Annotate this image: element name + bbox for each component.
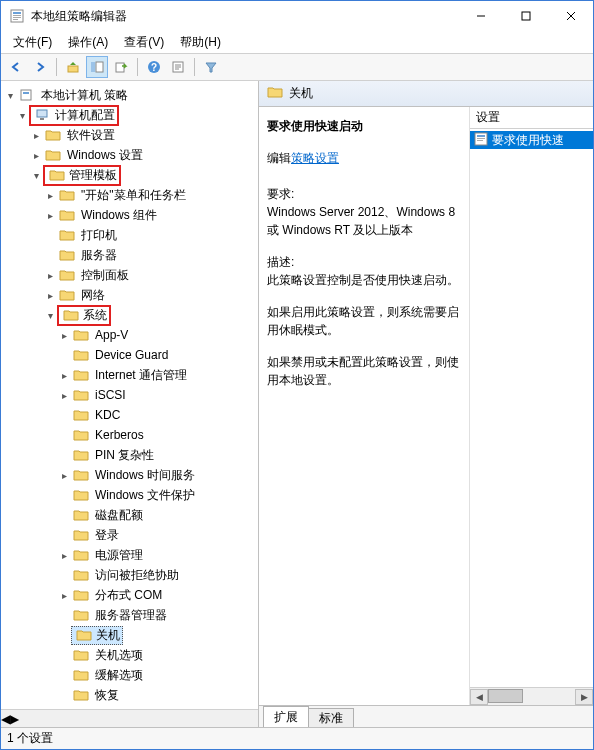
- tree-iscsi[interactable]: ▸iSCSI: [1, 385, 258, 405]
- tree-label: 本地计算机 策略: [41, 87, 128, 104]
- chevron-down-icon[interactable]: ▾: [29, 168, 43, 182]
- tree-windows-components[interactable]: ▸ Windows 组件: [1, 205, 258, 225]
- folder-icon: [63, 307, 79, 323]
- properties-button[interactable]: [167, 56, 189, 78]
- menu-file[interactable]: 文件(F): [5, 32, 60, 53]
- detail-header: 关机: [259, 81, 593, 107]
- tree-network[interactable]: ▸ 网络: [1, 285, 258, 305]
- computer-icon: [35, 107, 51, 123]
- chevron-right-icon[interactable]: ▸: [57, 368, 71, 382]
- tree-server-mgr[interactable]: ▸服务器管理器: [1, 605, 258, 625]
- chevron-right-icon[interactable]: ▸: [57, 388, 71, 402]
- tree-computer-config[interactable]: ▾ 计算机配置: [1, 105, 258, 125]
- tree-kdc[interactable]: ▸KDC: [1, 405, 258, 425]
- menu-view[interactable]: 查看(V): [116, 32, 172, 53]
- tree-pin[interactable]: ▸PIN 复杂性: [1, 445, 258, 465]
- chevron-right-icon[interactable]: ▸: [57, 548, 71, 562]
- tree-access-denied[interactable]: ▸访问被拒绝协助: [1, 565, 258, 585]
- chevron-right-icon[interactable]: ▸: [43, 188, 57, 202]
- status-bar: 1 个设置: [1, 727, 593, 749]
- tree-label: 软件设置: [67, 127, 115, 144]
- chevron-right-icon[interactable]: ▸: [57, 328, 71, 342]
- tree-shutdown-options[interactable]: ▸关机选项: [1, 645, 258, 665]
- tree-control-panel[interactable]: ▸ 控制面板: [1, 265, 258, 285]
- tree-file-protection[interactable]: ▸Windows 文件保护: [1, 485, 258, 505]
- tab-standard[interactable]: 标准: [308, 708, 354, 727]
- description-text: 此策略设置控制是否使用快速启动。: [267, 271, 461, 289]
- show-hide-tree-button[interactable]: [86, 56, 108, 78]
- chevron-down-icon[interactable]: ▾: [43, 308, 57, 322]
- tree-label: Internet 通信管理: [95, 367, 187, 384]
- menu-help[interactable]: 帮助(H): [172, 32, 229, 53]
- svg-rect-2: [13, 15, 21, 16]
- tree-label: 系统: [83, 307, 107, 324]
- tree-hscrollbar[interactable]: ◀ ▶: [1, 709, 258, 727]
- scroll-right-icon[interactable]: ▶: [575, 689, 593, 705]
- forward-button[interactable]: [29, 56, 51, 78]
- scroll-left-icon[interactable]: ◀: [470, 689, 488, 705]
- list-hscrollbar[interactable]: ◀ ▶: [470, 687, 593, 705]
- tree-label: 打印机: [81, 227, 117, 244]
- chevron-right-icon[interactable]: ▸: [57, 588, 71, 602]
- tree-system[interactable]: ▾ 系统: [1, 305, 258, 325]
- edit-policy-link[interactable]: 策略设置: [291, 151, 339, 165]
- chevron-right-icon[interactable]: ▸: [43, 208, 57, 222]
- tree-windows-settings[interactable]: ▸ Windows 设置: [1, 145, 258, 165]
- tree-pane[interactable]: ▾ 本地计算机 策略 ▾ 计算机配置 ▸ 软件设置 ▸: [1, 81, 259, 727]
- tree-printers[interactable]: ▸ 打印机: [1, 225, 258, 245]
- tree-recovery[interactable]: ▸恢复: [1, 685, 258, 705]
- chevron-right-icon[interactable]: ▸: [29, 128, 43, 142]
- tree-mitigation[interactable]: ▸缓解选项: [1, 665, 258, 685]
- list-column-header[interactable]: 设置: [470, 107, 593, 129]
- tree-label: Windows 文件保护: [95, 487, 195, 504]
- tree-dcom[interactable]: ▸分布式 COM: [1, 585, 258, 605]
- tree-software-settings[interactable]: ▸ 软件设置: [1, 125, 258, 145]
- chevron-down-icon[interactable]: ▾: [3, 88, 17, 102]
- detail-description: 要求使用快速启动 编辑策略设置 要求: Windows Server 2012、…: [259, 107, 469, 705]
- help-button[interactable]: ?: [143, 56, 165, 78]
- list-item[interactable]: 要求使用快速: [470, 131, 593, 149]
- tree-power-mgmt[interactable]: ▸电源管理: [1, 545, 258, 565]
- tree-admin-templates[interactable]: ▾ 管理模板: [1, 165, 258, 185]
- close-button[interactable]: [548, 1, 593, 31]
- tree-root[interactable]: ▾ 本地计算机 策略: [1, 85, 258, 105]
- tree-shutdown[interactable]: ▸ 关机: [1, 625, 258, 645]
- filter-button[interactable]: [200, 56, 222, 78]
- back-button[interactable]: [5, 56, 27, 78]
- folder-icon: [73, 447, 89, 463]
- folder-icon: [73, 347, 89, 363]
- export-button[interactable]: [110, 56, 132, 78]
- minimize-button[interactable]: [458, 1, 503, 31]
- svg-rect-4: [13, 19, 18, 20]
- tree-label: 关机: [96, 627, 120, 644]
- tree-label: 网络: [81, 287, 105, 304]
- tree-device-guard[interactable]: ▸Device Guard: [1, 345, 258, 365]
- menu-action[interactable]: 操作(A): [60, 32, 116, 53]
- chevron-right-icon[interactable]: ▸: [43, 288, 57, 302]
- folder-icon: [73, 427, 89, 443]
- chevron-right-icon[interactable]: ▸: [29, 148, 43, 162]
- tree-disk-quota[interactable]: ▸磁盘配额: [1, 505, 258, 525]
- tree-appv[interactable]: ▸App-V: [1, 325, 258, 345]
- scroll-right-icon[interactable]: ▶: [10, 712, 19, 726]
- app-icon: [9, 8, 25, 24]
- tree-time-service[interactable]: ▸Windows 时间服务: [1, 465, 258, 485]
- tree-internet-mgmt[interactable]: ▸Internet 通信管理: [1, 365, 258, 385]
- folder-icon: [73, 387, 89, 403]
- tree-label: PIN 复杂性: [95, 447, 154, 464]
- svg-rect-25: [477, 138, 485, 139]
- up-button[interactable]: [62, 56, 84, 78]
- chevron-down-icon[interactable]: ▾: [15, 108, 29, 122]
- svg-rect-24: [477, 135, 485, 137]
- chevron-right-icon[interactable]: ▸: [43, 268, 57, 282]
- chevron-right-icon[interactable]: ▸: [57, 468, 71, 482]
- tree-servers[interactable]: ▸ 服务器: [1, 245, 258, 265]
- tree-login[interactable]: ▸登录: [1, 525, 258, 545]
- tab-extended[interactable]: 扩展: [263, 706, 309, 727]
- maximize-button[interactable]: [503, 1, 548, 31]
- edit-prefix: 编辑: [267, 151, 291, 165]
- tree-start-taskbar[interactable]: ▸ "开始"菜单和任务栏: [1, 185, 258, 205]
- tree-kerberos[interactable]: ▸Kerberos: [1, 425, 258, 445]
- detail-tabs: 扩展 标准: [259, 705, 593, 727]
- scroll-left-icon[interactable]: ◀: [1, 712, 10, 726]
